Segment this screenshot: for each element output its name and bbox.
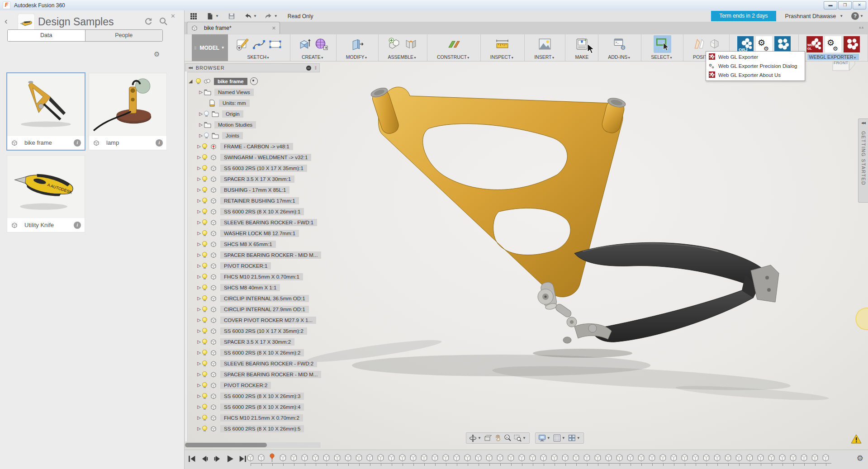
design-card-utility-knife[interactable]: A AUTODESKUtility Knifei bbox=[7, 155, 85, 232]
browser-header[interactable]: ◀◀ BROWSER – ‖ bbox=[185, 63, 320, 72]
user-menu[interactable]: Prashnant Dhawase bbox=[785, 13, 836, 19]
visibility-bulb-off-icon[interactable] bbox=[204, 133, 209, 139]
browser-folder-row[interactable]: ▷Motion Studies bbox=[188, 120, 320, 129]
browser-component-row[interactable]: ▷SPACER BEARING ROCKER - MID M... bbox=[188, 370, 320, 379]
rectangle-icon[interactable] bbox=[268, 37, 282, 51]
new-component-icon[interactable] bbox=[388, 37, 402, 51]
expand-arrow-icon[interactable]: ▷ bbox=[196, 317, 202, 322]
expand-arrow-icon[interactable]: ▷ bbox=[196, 166, 202, 171]
ribbon-group-label[interactable]: CONSTRUCT ▼ bbox=[435, 54, 473, 60]
browser-component-row[interactable]: ▷SWINGARM - WELDMENT -> v32:1 bbox=[188, 153, 320, 161]
insert-image-icon[interactable] bbox=[538, 37, 552, 51]
visibility-bulb-on-icon[interactable] bbox=[202, 143, 207, 150]
play-icon[interactable] bbox=[225, 454, 235, 465]
browser-component-row[interactable]: ▷SLEEVE BEARING ROCKER - FWD:2 bbox=[188, 359, 320, 368]
menu-item-web-gl-exporter-precision-dialog[interactable]: ⚙⚙Web GL Exporter Precision Dialog bbox=[706, 62, 805, 71]
expand-arrow-icon[interactable]: ▷ bbox=[196, 393, 202, 398]
visibility-bulb-on-icon[interactable] bbox=[202, 284, 207, 291]
restore-button[interactable]: ❐ bbox=[838, 1, 852, 9]
visibility-bulb-on-icon[interactable] bbox=[202, 350, 207, 356]
browser-component-row[interactable]: ▷CIRCLIP INTERNAL 27.9mm OD:1 bbox=[188, 305, 320, 313]
visibility-bulb-off-icon[interactable] bbox=[204, 111, 209, 117]
visibility-bulb-on-icon[interactable] bbox=[202, 415, 207, 421]
browser-component-row[interactable]: ▷FRAME - CARBON -> v48:1 bbox=[188, 142, 320, 151]
expand-arrow-icon[interactable]: ▷ bbox=[196, 242, 202, 246]
visibility-bulb-on-icon[interactable] bbox=[202, 176, 207, 182]
timeline-settings-gear-icon[interactable]: ⚙ bbox=[857, 454, 863, 463]
expand-arrow-icon[interactable]: ▷ bbox=[196, 187, 202, 192]
browser-folder-row[interactable]: ▷Named Views bbox=[188, 88, 320, 96]
app-grid-icon[interactable] bbox=[189, 12, 198, 20]
expand-arrow-icon[interactable]: ▷ bbox=[196, 350, 202, 355]
obj-logo-icon[interactable]: OBJ bbox=[737, 36, 754, 52]
select-icon[interactable] bbox=[654, 35, 671, 53]
undo-icon[interactable] bbox=[243, 12, 252, 20]
browser-component-row[interactable]: ▷SS 6000 2RS (8 X 10 X 26mm):3 bbox=[188, 392, 320, 400]
browser-component-row[interactable]: ▷SS 6000 2RS (8 X 10 X 26mm):4 bbox=[188, 403, 320, 411]
visibility-bulb-on-icon[interactable] bbox=[202, 382, 207, 388]
tab-people[interactable]: People bbox=[85, 30, 163, 41]
design-card-lamp[interactable]: lampi bbox=[89, 73, 167, 150]
expand-arrow-icon[interactable]: ▷ bbox=[198, 133, 204, 138]
addins-icon[interactable]: >_⚙ bbox=[613, 37, 627, 51]
display-settings-icon[interactable] bbox=[538, 434, 546, 442]
browser-folder-row[interactable]: ▷Joints bbox=[188, 131, 320, 140]
expand-arrow-icon[interactable]: ▷ bbox=[196, 176, 202, 181]
ribbon-group-label[interactable]: MODIFY ▼ bbox=[344, 54, 370, 60]
file-icon[interactable] bbox=[205, 12, 214, 20]
expand-arrow-icon[interactable]: ▷ bbox=[196, 220, 202, 225]
browser-component-row[interactable]: ▷CIRCLIP INTERNAL 36.5mm OD:1 bbox=[188, 294, 320, 303]
menu-item-web-gl-exporter-about-us[interactable]: WEBGLWeb GL Exporter About Us bbox=[706, 71, 805, 80]
redo-icon[interactable] bbox=[264, 12, 273, 20]
visibility-bulb-on-icon[interactable] bbox=[202, 426, 207, 432]
expanded-arrow-icon[interactable]: ◢ bbox=[189, 78, 196, 84]
visibility-bulb-on-icon[interactable] bbox=[202, 219, 207, 226]
paw-red-icon[interactable] bbox=[844, 36, 860, 52]
expand-arrow-icon[interactable]: ▷ bbox=[196, 274, 202, 279]
trial-countdown-button[interactable]: Term ends in 2 days bbox=[711, 11, 776, 21]
expand-arrow-icon[interactable]: ▷ bbox=[196, 383, 202, 388]
expand-arrow-icon[interactable]: ▷ bbox=[196, 285, 202, 290]
visibility-bulb-on-icon[interactable] bbox=[202, 208, 207, 215]
visibility-bulb-on-icon[interactable] bbox=[202, 230, 207, 237]
browser-component-row[interactable]: ▷SS 6000 2RS (8 X 10 X 26mm):1 bbox=[188, 207, 320, 216]
position-b-icon[interactable] bbox=[707, 37, 721, 51]
browser-component-row[interactable]: ▷BUSHING - 17mm X 85L:1 bbox=[188, 185, 320, 194]
design-card-bike-frame[interactable]: bike framei bbox=[7, 73, 85, 150]
visibility-bulb-on-icon[interactable] bbox=[202, 252, 207, 258]
expand-arrow-icon[interactable]: ▷ bbox=[196, 339, 202, 344]
warning-icon[interactable] bbox=[851, 434, 862, 444]
expand-arrow-icon[interactable]: ▷ bbox=[198, 111, 204, 116]
ribbon-group-label[interactable]: WEBGL EXPORTER ▼ bbox=[807, 54, 859, 60]
close-button[interactable]: ✕ bbox=[853, 1, 866, 9]
look-at-icon[interactable] bbox=[484, 434, 492, 442]
collapse-ribbon-icon[interactable]: ▲▲ bbox=[858, 25, 863, 29]
ribbon-group-label[interactable]: SKETCH ▼ bbox=[246, 54, 272, 60]
menu-item-web-gl-exporter[interactable]: WEBGLWeb GL Exporter bbox=[706, 52, 805, 62]
ribbon-group-label[interactable]: INSPECT ▼ bbox=[489, 54, 517, 60]
orbit-icon[interactable] bbox=[469, 434, 477, 442]
joint-icon[interactable] bbox=[404, 37, 418, 51]
browser-component-row[interactable]: ▷SS 6000 2RS (8 X 10 X 26mm):2 bbox=[188, 348, 320, 357]
expand-arrow-icon[interactable]: ▷ bbox=[196, 372, 202, 377]
info-icon[interactable]: i bbox=[156, 139, 163, 147]
activate-target-icon[interactable] bbox=[250, 77, 258, 85]
expand-arrow-icon[interactable]: ▷ bbox=[196, 415, 202, 420]
visibility-bulb-on-icon[interactable] bbox=[202, 339, 207, 345]
view-cube[interactable]: FRONT TOP bbox=[827, 62, 861, 78]
browser-component-row[interactable]: ▷SHCS M8 40mm X 1:1 bbox=[188, 283, 320, 292]
visibility-bulb-on-icon[interactable] bbox=[202, 241, 207, 247]
visibility-bulb-on-icon[interactable] bbox=[202, 317, 207, 323]
position-a-icon[interactable] bbox=[691, 37, 705, 51]
sketch-icon[interactable] bbox=[236, 37, 250, 51]
browser-component-row[interactable]: ▷PIVOT ROCKER:1 bbox=[188, 261, 320, 270]
spline-icon[interactable] bbox=[252, 37, 266, 51]
expand-arrow-icon[interactable]: ▷ bbox=[196, 296, 202, 301]
visibility-bulb-on-icon[interactable] bbox=[202, 165, 207, 171]
browser-folder-row[interactable]: ▷Origin bbox=[188, 109, 320, 118]
ribbon-group-label[interactable]: ADD-INS ▼ bbox=[606, 54, 633, 60]
browser-component-row[interactable]: ▷RETAINER BUSHING 17mm:1 bbox=[188, 196, 320, 205]
refresh-icon[interactable] bbox=[144, 17, 153, 26]
expand-arrow-icon[interactable]: ▷ bbox=[196, 252, 202, 257]
browser-component-row[interactable]: ▷SHCS M8 X 65mm:1 bbox=[188, 240, 320, 248]
